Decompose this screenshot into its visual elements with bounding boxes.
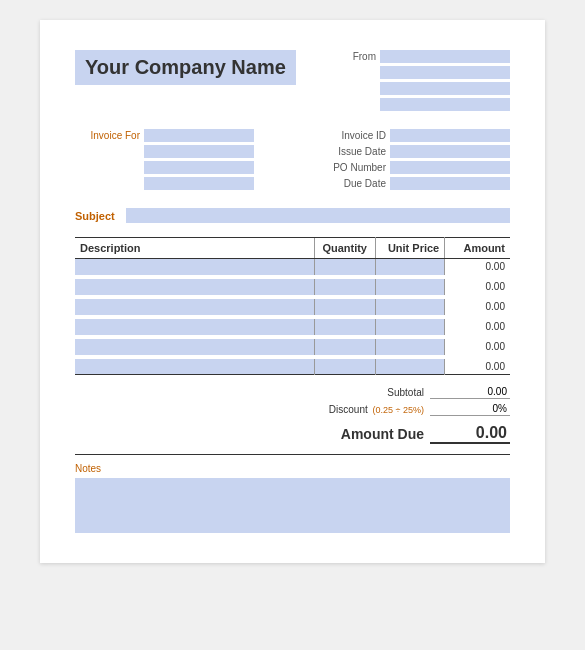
row-unit[interactable] [375, 359, 445, 375]
notes-section: Notes [75, 454, 510, 533]
discount-row: Discount (0.25 ÷ 25%) 0% [290, 402, 510, 416]
table-row: 0.00 [75, 279, 510, 295]
totals-section: Subtotal 0.00 Discount (0.25 ÷ 25%) 0% A… [75, 385, 510, 444]
po-number-row: PO Number [321, 161, 510, 174]
invoice-id-row: Invoice ID [321, 129, 510, 142]
row-qty[interactable] [314, 279, 375, 295]
subtotal-row: Subtotal 0.00 [290, 385, 510, 399]
row-desc[interactable] [75, 299, 314, 315]
issue-date-label: Issue Date [321, 146, 386, 157]
client-name-field[interactable] [144, 129, 254, 142]
client-addr1-field[interactable] [144, 145, 254, 158]
invoice-page: Your Company Name From Invoice Fo [40, 20, 545, 563]
subject-field[interactable] [126, 208, 510, 223]
from-address2-row [346, 82, 510, 95]
row-qty[interactable] [314, 259, 375, 275]
col-amount: Amount [445, 238, 510, 259]
notes-label: Notes [75, 463, 510, 474]
due-date-row: Due Date [321, 177, 510, 190]
row-unit[interactable] [375, 319, 445, 335]
from-city-field[interactable] [380, 98, 510, 111]
amount-due-label: Amount Due [314, 426, 424, 442]
row-qty[interactable] [314, 299, 375, 315]
row-unit[interactable] [375, 259, 445, 275]
subtotal-value[interactable]: 0.00 [430, 385, 510, 399]
table-row: 0.00 [75, 259, 510, 275]
row-desc[interactable] [75, 319, 314, 335]
table-header-row: Description Quantity Unit Price Amount [75, 238, 510, 259]
client-city-field[interactable] [144, 177, 254, 190]
row-desc[interactable] [75, 359, 314, 375]
due-date-label: Due Date [321, 178, 386, 189]
invoice-details-block: Invoice ID Issue Date PO Number Due Date [321, 129, 510, 190]
issue-date-row: Issue Date [321, 145, 510, 158]
from-block: From [346, 50, 510, 111]
invoice-for-addr1-row [75, 145, 254, 158]
row-unit[interactable] [375, 299, 445, 315]
row-amount[interactable]: 0.00 [445, 319, 510, 335]
row-desc[interactable] [75, 259, 314, 275]
invoice-for-city-row [75, 177, 254, 190]
from-city-row [346, 98, 510, 111]
row-amount[interactable]: 0.00 [445, 259, 510, 275]
row-qty[interactable] [314, 359, 375, 375]
col-quantity: Quantity [314, 238, 375, 259]
invoice-for-addr2-row [75, 161, 254, 174]
notes-field[interactable] [75, 478, 510, 533]
table-row: 0.00 [75, 319, 510, 335]
invoice-for-label: Invoice For [75, 130, 140, 141]
table-row: 0.00 [75, 299, 510, 315]
row-unit[interactable] [375, 279, 445, 295]
row-qty[interactable] [314, 339, 375, 355]
subtotal-label: Subtotal [314, 387, 424, 398]
discount-value[interactable]: 0% [430, 402, 510, 416]
header-section: Your Company Name From [75, 50, 510, 111]
invoice-id-label: Invoice ID [321, 130, 386, 141]
invoice-id-field[interactable] [390, 129, 510, 142]
from-address1-row [346, 66, 510, 79]
invoice-for-block: Invoice For [75, 129, 254, 190]
issue-date-field[interactable] [390, 145, 510, 158]
from-name-field[interactable] [380, 50, 510, 63]
col-description: Description [75, 238, 314, 259]
items-table: Description Quantity Unit Price Amount 0… [75, 237, 510, 375]
due-date-field[interactable] [390, 177, 510, 190]
row-amount[interactable]: 0.00 [445, 339, 510, 355]
amount-due-row: Amount Due 0.00 [290, 424, 510, 444]
table-row: 0.00 [75, 359, 510, 375]
company-name[interactable]: Your Company Name [75, 50, 296, 85]
subject-row: Subject [75, 208, 510, 223]
table-row: 0.00 [75, 339, 510, 355]
po-number-label: PO Number [321, 162, 386, 173]
row-desc[interactable] [75, 279, 314, 295]
po-number-field[interactable] [390, 161, 510, 174]
from-label: From [346, 51, 376, 62]
client-addr2-field[interactable] [144, 161, 254, 174]
from-address2-field[interactable] [380, 82, 510, 95]
row-unit[interactable] [375, 339, 445, 355]
invoice-info-section: Invoice For Invoice ID Issue Da [75, 129, 510, 190]
subject-label: Subject [75, 210, 120, 222]
row-desc[interactable] [75, 339, 314, 355]
row-amount[interactable]: 0.00 [445, 359, 510, 375]
amount-due-value[interactable]: 0.00 [430, 424, 510, 444]
row-amount[interactable]: 0.00 [445, 299, 510, 315]
invoice-for-name-row: Invoice For [75, 129, 254, 142]
from-address1-field[interactable] [380, 66, 510, 79]
discount-label: Discount (0.25 ÷ 25%) [314, 404, 424, 415]
row-amount[interactable]: 0.00 [445, 279, 510, 295]
from-row: From [346, 50, 510, 63]
row-qty[interactable] [314, 319, 375, 335]
col-unit-price: Unit Price [375, 238, 445, 259]
